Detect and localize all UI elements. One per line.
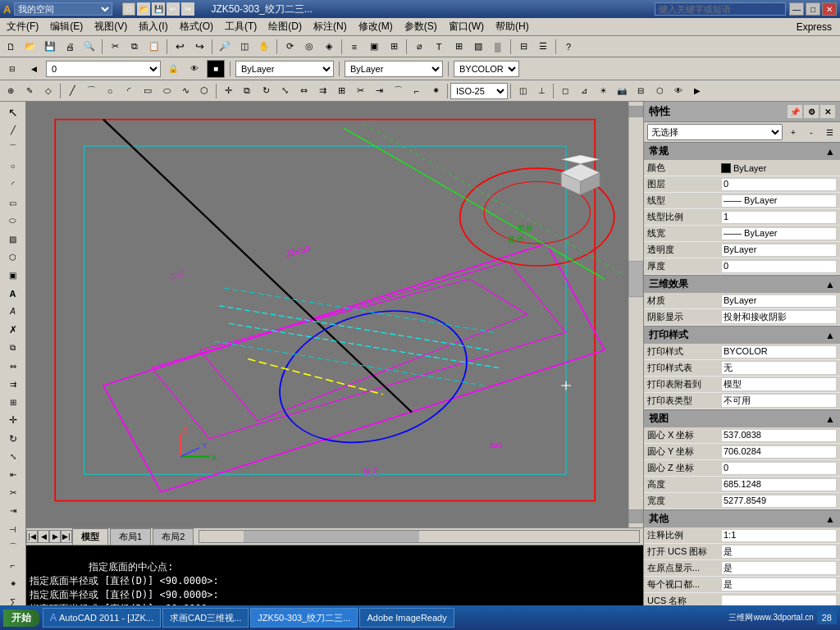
offset-btn[interactable]: ⇉ bbox=[313, 82, 331, 100]
view-cube-btn[interactable]: ⬡ bbox=[651, 82, 669, 100]
prop-close-btn[interactable]: ✕ bbox=[820, 105, 835, 118]
explode-btn[interactable]: ⁕ bbox=[427, 82, 445, 100]
search-input[interactable] bbox=[655, 2, 786, 16]
h-scrollbar[interactable] bbox=[199, 530, 640, 543]
section-general-header[interactable]: 常规 ▲ bbox=[644, 143, 840, 160]
layer-state-btn[interactable]: 🔒 bbox=[164, 60, 182, 78]
layer-manager-btn[interactable]: ⊟ bbox=[3, 60, 21, 78]
tb-redo[interactable]: ↪ bbox=[190, 38, 208, 56]
ellipse-btn[interactable]: ⬭ bbox=[158, 82, 176, 100]
tb-3drotate[interactable]: ⟳ bbox=[281, 38, 299, 56]
tb-zoom-win[interactable]: 🔎 bbox=[216, 38, 234, 56]
draw-ellipse-btn[interactable]: ⬭ bbox=[2, 212, 24, 230]
draw-hatch-btn[interactable]: ▨ bbox=[2, 231, 24, 248]
snap-btn[interactable]: ⊕ bbox=[2, 82, 20, 100]
rotate-btn[interactable]: ↻ bbox=[257, 82, 275, 100]
taskbar-item-3[interactable]: Adobe ImageReady bbox=[359, 608, 454, 628]
camera-btn[interactable]: 📷 bbox=[613, 82, 631, 100]
color-select[interactable]: BYCOLOR bbox=[454, 61, 519, 77]
undo-btn[interactable]: ↩ bbox=[167, 2, 180, 16]
section-3d-header[interactable]: 三维效果 ▲ bbox=[644, 276, 840, 293]
tb-print[interactable]: 🖨 bbox=[61, 38, 79, 56]
line-btn[interactable]: ╱ bbox=[63, 82, 81, 100]
edit-offset-btn[interactable]: ⇉ bbox=[2, 376, 24, 393]
edit-scale-btn[interactable]: ⤡ bbox=[2, 448, 24, 465]
polyline-btn[interactable]: ⌒ bbox=[82, 82, 100, 100]
edit-chamfer-btn[interactable]: ⌐ bbox=[2, 557, 24, 574]
select-all-btn[interactable]: ☰ bbox=[822, 125, 837, 139]
edit-copy-btn[interactable]: ⧉ bbox=[2, 339, 24, 356]
menu-window[interactable]: 窗口(W) bbox=[444, 18, 489, 35]
tb-hatch[interactable]: ▨ bbox=[469, 38, 487, 56]
draw-polyline-btn[interactable]: ⌒ bbox=[2, 139, 24, 157]
tb-insert[interactable]: ⊞ bbox=[385, 38, 403, 56]
light-btn[interactable]: ☀ bbox=[594, 82, 612, 100]
edit-array-btn[interactable]: ⊞ bbox=[2, 394, 24, 411]
tb-copy[interactable]: ⧉ bbox=[126, 38, 144, 56]
layer-visible-btn[interactable]: 👁 bbox=[185, 60, 203, 78]
workspace-dropdown[interactable]: 我的空间 bbox=[14, 2, 112, 16]
chamfer-btn[interactable]: ⌐ bbox=[408, 82, 426, 100]
tab-prev-btn[interactable]: ◀ bbox=[38, 530, 49, 543]
tb-preview[interactable]: 🔍 bbox=[80, 38, 98, 56]
menu-express[interactable]: Express bbox=[790, 20, 838, 34]
mirror-btn[interactable]: ⇔ bbox=[294, 82, 313, 100]
section-view-header[interactable]: 视图 ▲ bbox=[644, 410, 840, 427]
draw-arc-btn[interactable]: ◜ bbox=[2, 176, 24, 193]
tb-zoom-prev[interactable]: ◫ bbox=[235, 38, 253, 56]
tb-gradient[interactable]: ▒ bbox=[489, 38, 507, 56]
walk-btn[interactable]: 👁 bbox=[669, 82, 687, 100]
start-button[interactable]: 开始 bbox=[3, 609, 39, 627]
prop-pin-btn[interactable]: 📌 bbox=[788, 105, 802, 118]
pick-add-btn[interactable]: + bbox=[786, 125, 801, 139]
tb-orbit[interactable]: ◎ bbox=[300, 38, 318, 56]
draw-mtext-btn[interactable]: A bbox=[2, 303, 24, 320]
tab-first-btn[interactable]: |◀ bbox=[26, 530, 38, 543]
lineweight-select[interactable]: ByLayer bbox=[345, 61, 443, 77]
taskbar-item-2[interactable]: JZK50-303_绞刀二三... bbox=[250, 608, 358, 628]
layer-prev-btn[interactable]: ◀ bbox=[25, 60, 43, 78]
minimize-btn[interactable]: — bbox=[789, 2, 804, 16]
redo-btn[interactable]: ↪ bbox=[181, 2, 194, 16]
menu-view[interactable]: 视图(V) bbox=[89, 18, 132, 35]
layer-select[interactable]: 0 bbox=[46, 61, 161, 77]
edit-mirror-btn[interactable]: ⇔ bbox=[2, 358, 24, 375]
tab-last-btn[interactable]: ▶| bbox=[61, 530, 72, 543]
drawing-viewport[interactable]: JZK50 绞刀 303 二三 图标 显示 X Z Y bbox=[26, 102, 643, 527]
edit-move-btn[interactable]: ✛ bbox=[2, 412, 24, 429]
tb-paste[interactable]: 📋 bbox=[145, 38, 163, 56]
section-btn[interactable]: ⊟ bbox=[632, 82, 650, 100]
spline-btn[interactable]: ∿ bbox=[176, 82, 194, 100]
edit-erase-btn[interactable]: ✗ bbox=[2, 321, 24, 338]
menu-format[interactable]: 格式(O) bbox=[175, 18, 218, 35]
track-icon[interactable]: ⊥ bbox=[532, 82, 550, 100]
taskbar-item-1[interactable]: 求画CAD三维视... bbox=[162, 608, 249, 628]
layer-color-btn[interactable]: ■ bbox=[207, 60, 225, 78]
tb-undo[interactable]: ↩ bbox=[171, 38, 189, 56]
linetype-select[interactable]: ByLayer bbox=[235, 61, 334, 77]
tb-new[interactable]: 🗋 bbox=[2, 38, 20, 56]
edit-extend-btn[interactable]: ⇥ bbox=[2, 502, 24, 519]
edit-trim-btn[interactable]: ✂ bbox=[2, 484, 24, 501]
tb-save[interactable]: 💾 bbox=[41, 38, 59, 56]
tb-render[interactable]: ◈ bbox=[320, 38, 338, 56]
extend-btn[interactable]: ⇥ bbox=[370, 82, 388, 100]
section-other-header[interactable]: 其他 ▲ bbox=[644, 510, 840, 527]
section-print-header[interactable]: 打印样式 ▲ bbox=[644, 326, 840, 344]
tb-properties[interactable]: ☰ bbox=[534, 38, 552, 56]
trim-btn[interactable]: ✂ bbox=[351, 82, 369, 100]
tb-text[interactable]: T bbox=[430, 38, 448, 56]
draw-block-btn[interactable]: ▣ bbox=[2, 267, 24, 284]
menu-modify[interactable]: 修改(M) bbox=[354, 18, 398, 35]
edit-rotate-btn[interactable]: ↻ bbox=[2, 430, 24, 447]
menu-insert[interactable]: 插入(I) bbox=[134, 18, 172, 35]
region-btn[interactable]: ⬡ bbox=[195, 82, 213, 100]
snap-icon[interactable]: ◫ bbox=[514, 82, 532, 100]
command-area[interactable]: 指定底面的中心点: 指定底面半径或 [直径(D)] <90.0000>: 指定底… bbox=[26, 545, 643, 614]
3d-nav-btn[interactable]: ⊿ bbox=[575, 82, 593, 100]
menu-dimension[interactable]: 标注(N) bbox=[308, 18, 352, 35]
draw-rect-btn[interactable]: ▭ bbox=[2, 194, 24, 212]
move-btn[interactable]: ✛ bbox=[219, 82, 237, 100]
edit-fillet-btn[interactable]: ⌒ bbox=[2, 539, 24, 556]
tab-layout2[interactable]: 布局2 bbox=[153, 528, 194, 545]
